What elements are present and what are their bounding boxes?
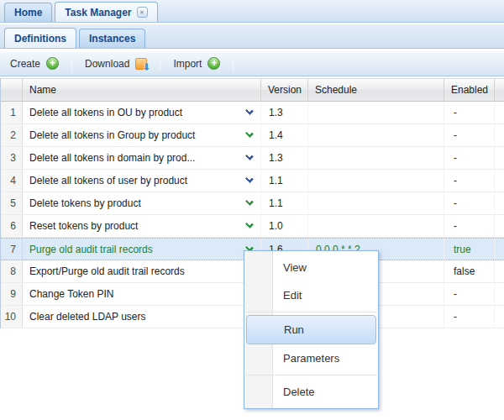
row-actions-dropdown[interactable]: [238, 192, 261, 214]
enabled-cell: -: [444, 102, 495, 123]
tab-home-label: Home: [14, 7, 42, 18]
menu-separator: [245, 312, 377, 312]
chevron-down-icon: [244, 152, 253, 160]
toolbar-separator: [160, 56, 160, 71]
task-name: Delete tokens by product: [23, 192, 238, 214]
menu-item-delete[interactable]: Delete: [244, 378, 378, 406]
table-row[interactable]: 2 Delete all tokens in Group by product …: [1, 124, 504, 147]
task-name: Change Token PIN: [23, 283, 238, 305]
column-header-rownumber: [1, 79, 23, 101]
table-row[interactable]: 3 Delete all tokens in domain by prod...…: [1, 147, 504, 170]
row-actions-dropdown[interactable]: [238, 147, 261, 169]
table-row[interactable]: 6 Reset tokens by product 1.0 -: [1, 215, 504, 238]
close-icon[interactable]: [137, 7, 148, 18]
enabled-cell: -: [444, 170, 495, 192]
filler-cell: [495, 260, 504, 282]
download-button[interactable]: Download: [78, 55, 154, 72]
row-number: 6: [1, 215, 23, 237]
schedule-cell: [308, 215, 444, 237]
table-row[interactable]: 5 Delete tokens by product 1.1 -: [1, 192, 504, 215]
filler-cell: [495, 306, 504, 328]
menu-item-edit[interactable]: Edit: [244, 281, 378, 309]
column-header-enabled[interactable]: Enabled: [444, 79, 495, 101]
menu-item-run[interactable]: Run: [246, 315, 376, 344]
chevron-down-icon: [244, 197, 253, 206]
toolbar-separator: [233, 56, 234, 71]
row-number: 7: [1, 239, 23, 260]
column-header-filler: [495, 79, 504, 101]
menu-item-view[interactable]: View: [244, 254, 378, 281]
schedule-cell: [308, 192, 444, 214]
row-actions-dropdown[interactable]: [238, 124, 261, 146]
row-number: 9: [1, 283, 23, 305]
menu-item-parameters[interactable]: Parameters: [244, 344, 378, 372]
filler-cell: [495, 170, 504, 192]
tab-instances[interactable]: Instances: [79, 29, 145, 48]
table-row[interactable]: 4 Delete all tokens of user by product 1…: [1, 170, 504, 192]
task-name: Clear deleted LDAP users: [23, 306, 238, 328]
version-cell: 1.1: [261, 170, 308, 192]
toolbar-separator: [71, 56, 72, 71]
filler-cell: [495, 192, 504, 214]
enabled-cell: -: [444, 306, 495, 328]
version-cell: 1.4: [261, 124, 308, 146]
row-number: 5: [1, 192, 23, 214]
version-cell: 1.3: [261, 102, 308, 123]
row-actions-dropdown[interactable]: [238, 170, 261, 192]
tab-definitions[interactable]: Definitions: [4, 28, 76, 48]
plus-icon: [46, 57, 59, 70]
schedule-cell: [308, 170, 444, 192]
download-button-label: Download: [85, 58, 129, 70]
import-button-label: Import: [173, 58, 202, 70]
table-row[interactable]: 1 Delete all tokens in OU by product 1.3…: [1, 102, 504, 124]
chevron-down-icon: [244, 175, 253, 183]
task-name: Delete all tokens in domain by prod...: [23, 147, 238, 169]
schedule-cell: [308, 124, 444, 146]
enabled-cell: -: [444, 215, 495, 237]
tab-definitions-label: Definitions: [14, 33, 66, 45]
chevron-down-icon: [244, 220, 253, 228]
tab-task-manager-label: Task Manager: [65, 7, 131, 18]
version-cell: 1.1: [261, 192, 308, 214]
filler-cell: [495, 215, 504, 237]
menu-separator: [245, 375, 377, 375]
main-tabbar: Home Task Manager: [0, 0, 504, 23]
grid-header: Name Version Schedule Enabled: [1, 78, 504, 102]
create-button-label: Create: [10, 58, 40, 70]
sub-tabbar: Definitions Instances: [0, 23, 504, 49]
tab-home[interactable]: Home: [4, 3, 52, 22]
schedule-cell: [308, 147, 444, 169]
column-header-name[interactable]: Name: [23, 79, 261, 101]
enabled-cell: -: [444, 283, 495, 305]
row-number: 4: [1, 170, 23, 192]
create-button[interactable]: Create: [3, 55, 66, 72]
task-name: Purge old audit trail records: [23, 239, 238, 260]
row-actions-dropdown[interactable]: [238, 215, 261, 237]
enabled-cell: true: [444, 239, 495, 260]
column-header-version[interactable]: Version: [261, 79, 308, 101]
context-menu: View Edit Run Parameters Delete: [244, 250, 379, 409]
tab-instances-label: Instances: [89, 33, 135, 45]
row-actions-dropdown[interactable]: [238, 102, 261, 123]
version-cell: 1.0: [261, 215, 308, 237]
task-name: Delete all tokens in OU by product: [23, 102, 238, 123]
filler-cell: [495, 147, 504, 169]
task-name: Delete all tokens in Group by product: [23, 124, 238, 146]
chevron-down-icon: [244, 107, 253, 115]
import-button[interactable]: Import: [166, 55, 227, 72]
filler-cell: [495, 124, 504, 146]
enabled-cell: false: [444, 260, 495, 282]
row-number: 3: [1, 147, 23, 169]
row-number: 10: [1, 306, 23, 328]
row-number: 1: [1, 102, 23, 123]
task-manager-window: Home Task Manager Definitions Instances …: [0, 0, 504, 420]
enabled-cell: -: [444, 192, 495, 214]
filler-cell: [495, 239, 504, 260]
enabled-cell: -: [444, 124, 495, 146]
task-name: Export/Purge old audit trail records: [23, 260, 238, 282]
tab-task-manager[interactable]: Task Manager: [55, 2, 157, 22]
schedule-cell: [308, 102, 444, 123]
enabled-cell: -: [444, 147, 495, 169]
column-header-schedule[interactable]: Schedule: [308, 79, 444, 101]
task-name: Delete all tokens of user by product: [23, 170, 238, 192]
